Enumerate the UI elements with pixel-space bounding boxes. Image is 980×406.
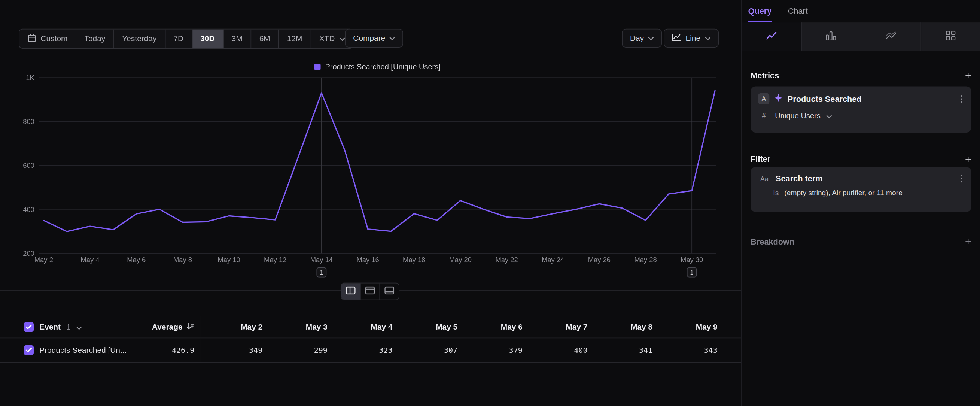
- aggregation-select[interactable]: Unique Users: [775, 111, 820, 120]
- event-column-label: Event: [39, 323, 60, 331]
- x-axis-label: May 14: [310, 256, 333, 264]
- x-axis-label: May 12: [264, 256, 286, 264]
- row-name-cell: Products Searched [Un...: [0, 338, 144, 362]
- results-table: Event 1 Average May 2 May 3 May 4 May 5 …: [0, 317, 741, 363]
- filter-value[interactable]: (empty string), Air purifier, or 11 more: [784, 189, 902, 196]
- metrics-title: Metrics: [751, 71, 779, 80]
- x-axis-label: May 26: [588, 256, 611, 264]
- table-header-row: Event 1 Average May 2 May 3 May 4 May 5 …: [0, 317, 741, 338]
- filter-section-header: Filter +: [751, 154, 971, 164]
- column-header: May 4: [331, 323, 396, 331]
- x-axis-label: May 22: [495, 256, 518, 264]
- add-filter-button[interactable]: +: [965, 154, 971, 164]
- x-axis-label: May 24: [542, 256, 564, 264]
- line-chart-icon: [765, 30, 778, 43]
- column-header: May 7: [526, 323, 592, 331]
- viz-bar-tab[interactable]: [802, 22, 861, 51]
- metric-grid-icon: [945, 30, 956, 43]
- layout-top-button[interactable]: [361, 283, 380, 299]
- x-axis-label: May 8: [173, 256, 192, 264]
- series-line[interactable]: [44, 91, 715, 231]
- y-axis-label: 1K: [26, 74, 35, 82]
- column-header: May 2: [201, 323, 267, 331]
- event-header-cell: Event 1: [0, 317, 144, 338]
- row-average: 426.9: [172, 346, 194, 354]
- metric-name: Products Searched: [788, 94, 955, 103]
- filter-title: Filter: [751, 154, 770, 164]
- event-count: 1: [66, 323, 71, 331]
- metrics-section-header: Metrics +: [751, 70, 971, 81]
- row-checkbox[interactable]: [24, 345, 34, 355]
- x-axis-label: May 18: [403, 256, 425, 264]
- x-axis-label: May 4: [81, 256, 100, 264]
- add-metric-button[interactable]: +: [965, 70, 971, 81]
- column-header: May 9: [656, 323, 721, 331]
- cell-value: 323: [331, 346, 396, 354]
- number-icon: #: [758, 112, 769, 119]
- filter-card[interactable]: Aa Search term Is (empty string), Air pu…: [751, 167, 971, 212]
- line-chart: 1K80060040020011May 2May 4May 6May 8May …: [0, 0, 741, 288]
- filter-menu-button[interactable]: [959, 175, 964, 183]
- insights-main-area: Custom Today Yesterday 7D 30D 3M 6M 12M …: [0, 0, 742, 406]
- layout-split-button[interactable]: [341, 283, 361, 299]
- cell-value: 341: [591, 346, 656, 354]
- app-window: Custom Today Yesterday 7D 30D 3M 6M 12M …: [0, 0, 980, 406]
- text-property-icon: Aa: [758, 175, 770, 182]
- breakdown-title: Breakdown: [751, 237, 794, 247]
- tab-chart[interactable]: Chart: [788, 0, 808, 22]
- sort-icon[interactable]: [186, 322, 195, 333]
- filter-operator[interactable]: Is: [773, 189, 779, 196]
- viz-stacked-tab[interactable]: [861, 22, 921, 51]
- metric-letter-badge: A: [758, 93, 769, 105]
- annotation-badge-label: 1: [320, 269, 323, 276]
- x-axis-label: May 30: [681, 256, 703, 264]
- viz-type-tabs: [742, 22, 980, 51]
- column-header: May 6: [461, 323, 526, 331]
- layout-bottom-button[interactable]: [380, 283, 399, 299]
- column-header: May 3: [266, 323, 331, 331]
- x-axis-label: May 16: [356, 256, 379, 264]
- stacked-line-chart-icon: [885, 30, 897, 43]
- average-header-cell: Average: [144, 317, 201, 338]
- y-axis-label: 400: [23, 205, 35, 213]
- cell-value: 349: [201, 346, 267, 354]
- viz-line-tab[interactable]: [742, 22, 802, 51]
- table-row: Products Searched [Un... 426.9 349 299 3…: [0, 338, 741, 363]
- column-header: May 5: [396, 323, 461, 331]
- tab-query[interactable]: Query: [748, 0, 772, 22]
- row-name: Products Searched [Un...: [39, 346, 127, 354]
- x-axis-label: May 20: [449, 256, 472, 264]
- layout-toggle-group: [340, 283, 399, 300]
- x-axis-label: May 28: [634, 256, 657, 264]
- cell-value: 307: [396, 346, 461, 354]
- panel-tabs: Query Chart: [742, 0, 980, 22]
- event-icon: [775, 93, 783, 105]
- chevron-down-icon: [826, 110, 832, 121]
- cell-value: 299: [266, 346, 331, 354]
- x-axis-label: May 6: [127, 256, 146, 264]
- cell-value: 379: [461, 346, 526, 354]
- y-axis-label: 800: [23, 118, 35, 126]
- metric-card[interactable]: A Products Searched # Unique Users: [751, 86, 971, 132]
- add-breakdown-button[interactable]: +: [965, 236, 971, 247]
- metric-menu-button[interactable]: [959, 95, 964, 103]
- row-average-cell: 426.9: [144, 338, 201, 362]
- viz-metric-tab[interactable]: [921, 22, 980, 51]
- chart-only-view-icon: [385, 286, 395, 297]
- cell-value: 400: [526, 346, 592, 354]
- x-axis-label: May 2: [35, 256, 53, 264]
- cell-value: 343: [656, 346, 721, 354]
- annotation-badge-label: 1: [690, 269, 694, 276]
- chevron-down-icon[interactable]: [76, 322, 82, 333]
- filter-property-name: Search term: [776, 174, 955, 183]
- bar-chart-icon: [825, 30, 837, 43]
- query-panel: Query Chart Metrics + A: [742, 0, 980, 406]
- column-header: May 8: [591, 323, 656, 331]
- split-view-icon: [345, 286, 356, 297]
- breakdown-section-header: Breakdown +: [751, 236, 971, 247]
- y-axis-label: 600: [23, 161, 35, 169]
- average-column-label: Average: [152, 323, 183, 331]
- x-axis-label: May 10: [218, 256, 240, 264]
- select-all-checkbox[interactable]: [24, 322, 34, 332]
- chart-top-view-icon: [365, 286, 375, 297]
